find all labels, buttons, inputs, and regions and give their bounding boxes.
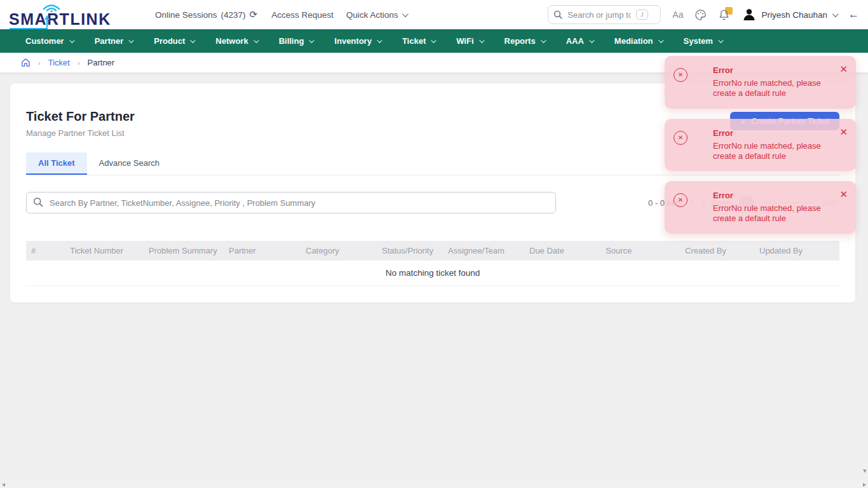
online-sessions: Online Sessions (4237) ⟳	[155, 9, 257, 20]
chevron-down-icon	[658, 37, 663, 43]
nav-item-billing[interactable]: Billing	[279, 36, 313, 46]
nav-item-product[interactable]: Product	[154, 36, 194, 46]
chevron-down-icon	[431, 37, 436, 43]
chevron-down-icon	[832, 11, 839, 17]
error-toast: ✕ Error ErrorNo rule matched, please cre…	[665, 181, 856, 234]
close-icon[interactable]: ✕	[839, 64, 848, 74]
logo-underline	[9, 13, 116, 30]
breadcrumb-partner: Partner	[88, 58, 115, 67]
search-icon	[553, 10, 562, 19]
error-toast: ✕ Error ErrorNo rule matched, please cre…	[665, 56, 856, 109]
col-created-by: Created By	[680, 246, 754, 255]
nav-item-inventory[interactable]: Inventory	[334, 36, 381, 46]
toast-title: Error	[713, 128, 834, 138]
col-status-priority: Status/Priority	[377, 246, 443, 255]
toast-title: Error	[713, 65, 834, 75]
chevron-down-icon	[309, 37, 315, 43]
chevron-down-icon	[402, 11, 408, 17]
chevron-down-icon	[541, 37, 546, 43]
col-problem-summary: Problem Summary	[144, 246, 224, 255]
nav-item-partner[interactable]: Partner	[95, 36, 133, 46]
breadcrumb-ticket[interactable]: Ticket	[48, 58, 70, 67]
scroll-left-icon[interactable]	[2, 483, 5, 487]
back-arrow-icon[interactable]: ←	[848, 8, 859, 21]
toast-message: ErrorNo rule matched, please create a de…	[713, 203, 834, 224]
quick-actions-menu[interactable]: Quick Actions	[346, 10, 407, 20]
nav-item-wifi[interactable]: WiFi	[456, 36, 482, 46]
col-partner: Partner	[224, 246, 301, 255]
col-ticket-number: Ticket Number	[65, 246, 144, 255]
top-header: SMARTLINK Online Sessions (4237) ⟳ Acces…	[0, 0, 868, 29]
chevron-down-icon	[128, 37, 133, 43]
chevron-down-icon	[479, 37, 484, 43]
user-menu[interactable]: Priyesh Chauhan	[742, 8, 837, 22]
shortcut-badge: /	[636, 10, 648, 20]
scroll-right-icon[interactable]	[863, 483, 866, 487]
ticket-search	[26, 192, 556, 214]
breadcrumb-separator: ›	[78, 59, 80, 67]
toast-message: ErrorNo rule matched, please create a de…	[713, 141, 834, 162]
global-search-input[interactable]	[567, 10, 631, 20]
search-icon	[33, 197, 43, 207]
error-circle-icon: ✕	[674, 193, 688, 207]
empty-state-message: No matching ticket found	[26, 261, 839, 286]
access-request-link[interactable]: Access Request	[271, 10, 334, 20]
online-sessions-label: Online Sessions	[155, 10, 217, 20]
col-updated-by: Updated By	[754, 246, 839, 255]
smartlink-logo[interactable]: SMARTLINK	[9, 2, 116, 27]
online-sessions-count: (4237)	[221, 10, 246, 20]
notifications-bell-icon[interactable]	[718, 8, 731, 21]
chevron-down-icon	[718, 37, 723, 43]
text-size-toggle[interactable]: Aa	[672, 10, 683, 20]
nav-item-customer[interactable]: Customer	[25, 36, 73, 46]
breadcrumb-separator: ›	[38, 59, 41, 67]
home-icon[interactable]	[21, 58, 31, 67]
user-name: Priyesh Chauhan	[761, 10, 827, 20]
horizontal-scrollbar[interactable]	[0, 482, 868, 488]
table-header-row: # Ticket Number Problem Summary Partner …	[26, 241, 839, 261]
error-toast: ✕ Error ErrorNo rule matched, please cre…	[665, 119, 856, 172]
wifi-icon	[41, 1, 62, 12]
chevron-down-icon	[69, 37, 74, 43]
nav-item-network[interactable]: Network	[215, 36, 257, 46]
chevron-down-icon	[377, 37, 382, 43]
col-category: Category	[301, 246, 377, 255]
toast-title: Error	[713, 191, 834, 200]
ticket-table: # Ticket Number Problem Summary Partner …	[26, 241, 839, 286]
error-circle-icon: ✕	[674, 68, 688, 82]
chevron-down-icon	[254, 37, 259, 43]
toast-message: ErrorNo rule matched, please create a de…	[713, 78, 834, 99]
nav-item-mediation[interactable]: Mediation	[614, 36, 662, 46]
tab-advance-search[interactable]: Advance Search	[87, 152, 172, 175]
nav-item-reports[interactable]: Reports	[505, 36, 545, 46]
col-due-date: Due Date	[524, 246, 600, 255]
refresh-icon[interactable]: ⟳	[250, 9, 258, 20]
vertical-scrollbar[interactable]	[862, 29, 868, 482]
scroll-down-icon[interactable]	[863, 470, 867, 473]
nav-item-aaa[interactable]: AAA	[566, 36, 593, 46]
toast-stack: ✕ Error ErrorNo rule matched, please cre…	[665, 56, 856, 234]
chevron-down-icon	[191, 37, 196, 43]
error-circle-icon: ✕	[674, 131, 688, 145]
chevron-down-icon	[589, 37, 594, 43]
tab-all-ticket[interactable]: All Ticket	[26, 152, 87, 175]
close-icon[interactable]: ✕	[839, 189, 848, 199]
ticket-search-input[interactable]	[26, 192, 556, 214]
avatar-icon	[742, 8, 756, 22]
global-search[interactable]: /	[548, 5, 661, 24]
col-source: Source	[600, 246, 680, 255]
col-index: #	[26, 246, 65, 255]
col-assignee-team: Assignee/Team	[443, 246, 524, 255]
close-icon[interactable]: ✕	[839, 127, 848, 137]
main-nav: Customer Partner Product Network Billing…	[0, 29, 868, 53]
nav-item-system[interactable]: System	[684, 36, 722, 46]
nav-item-ticket[interactable]: Ticket	[402, 36, 435, 46]
theme-palette-icon[interactable]	[695, 9, 707, 21]
